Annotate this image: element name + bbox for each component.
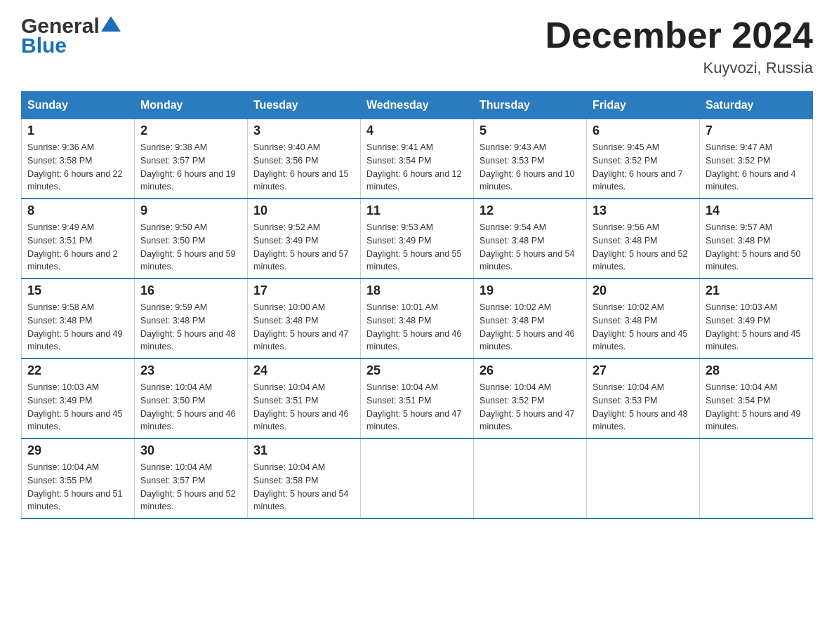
- day-info: Sunrise: 10:04 AM Sunset: 3:52 PM Daylig…: [479, 381, 581, 434]
- calendar-day-cell: 3 Sunrise: 9:40 AM Sunset: 3:56 PM Dayli…: [248, 119, 361, 199]
- calendar-day-cell: 20 Sunrise: 10:02 AM Sunset: 3:48 PM Day…: [587, 279, 700, 358]
- day-number: 19: [479, 283, 581, 298]
- calendar-day-cell: 1 Sunrise: 9:36 AM Sunset: 3:58 PM Dayli…: [22, 119, 135, 199]
- day-info: Sunrise: 9:41 AM Sunset: 3:54 PM Dayligh…: [366, 141, 468, 194]
- calendar-day-cell: 17 Sunrise: 10:00 AM Sunset: 3:48 PM Day…: [248, 279, 361, 358]
- day-info: Sunrise: 10:01 AM Sunset: 3:48 PM Daylig…: [366, 301, 468, 354]
- day-info: Sunrise: 9:57 AM Sunset: 3:48 PM Dayligh…: [706, 221, 807, 274]
- day-info: Sunrise: 9:58 AM Sunset: 3:48 PM Dayligh…: [27, 301, 128, 354]
- day-number: 13: [593, 203, 694, 218]
- day-info: Sunrise: 10:04 AM Sunset: 3:53 PM Daylig…: [593, 381, 694, 434]
- day-number: 30: [140, 443, 241, 458]
- day-info: Sunrise: 9:45 AM Sunset: 3:52 PM Dayligh…: [593, 141, 694, 194]
- svg-marker-0: [101, 16, 121, 32]
- day-number: 7: [706, 123, 807, 138]
- day-number: 16: [140, 283, 241, 298]
- calendar-day-cell: 16 Sunrise: 9:59 AM Sunset: 3:48 PM Dayl…: [135, 279, 248, 358]
- day-number: 18: [366, 283, 468, 298]
- empty-cell: [700, 438, 813, 518]
- day-number: 14: [706, 203, 807, 218]
- calendar-day-cell: 19 Sunrise: 10:02 AM Sunset: 3:48 PM Day…: [474, 279, 587, 358]
- calendar-day-cell: 13 Sunrise: 9:56 AM Sunset: 3:48 PM Dayl…: [587, 199, 700, 279]
- calendar-day-cell: 24 Sunrise: 10:04 AM Sunset: 3:51 PM Day…: [248, 358, 361, 438]
- day-number: 21: [706, 283, 807, 298]
- col-header-thursday: Thursday: [474, 92, 587, 119]
- calendar-day-cell: 25 Sunrise: 10:04 AM Sunset: 3:51 PM Day…: [361, 358, 474, 438]
- day-info: Sunrise: 9:52 AM Sunset: 3:49 PM Dayligh…: [253, 221, 355, 274]
- day-number: 2: [140, 123, 241, 138]
- calendar-day-cell: 7 Sunrise: 9:47 AM Sunset: 3:52 PM Dayli…: [700, 119, 813, 199]
- day-info: Sunrise: 9:50 AM Sunset: 3:50 PM Dayligh…: [140, 221, 241, 274]
- col-header-sunday: Sunday: [22, 92, 135, 119]
- title-block: December 2024 Kuyvozi, Russia: [545, 14, 813, 77]
- page-header: General Blue December 2024 Kuyvozi, Russ…: [21, 14, 813, 77]
- day-number: 20: [593, 283, 694, 298]
- calendar-day-cell: 2 Sunrise: 9:38 AM Sunset: 3:57 PM Dayli…: [135, 119, 248, 199]
- day-info: Sunrise: 10:02 AM Sunset: 3:48 PM Daylig…: [593, 301, 694, 354]
- empty-cell: [361, 438, 474, 518]
- day-info: Sunrise: 10:04 AM Sunset: 3:57 PM Daylig…: [140, 461, 241, 514]
- day-info: Sunrise: 9:47 AM Sunset: 3:52 PM Dayligh…: [706, 141, 807, 194]
- calendar-table: SundayMondayTuesdayWednesdayThursdayFrid…: [21, 91, 813, 519]
- day-number: 22: [27, 363, 128, 378]
- day-number: 27: [593, 363, 694, 378]
- calendar-day-cell: 8 Sunrise: 9:49 AM Sunset: 3:51 PM Dayli…: [22, 199, 135, 279]
- calendar-day-cell: 14 Sunrise: 9:57 AM Sunset: 3:48 PM Dayl…: [700, 199, 813, 279]
- calendar-day-cell: 15 Sunrise: 9:58 AM Sunset: 3:48 PM Dayl…: [22, 279, 135, 358]
- day-info: Sunrise: 9:53 AM Sunset: 3:49 PM Dayligh…: [366, 221, 468, 274]
- day-info: Sunrise: 10:04 AM Sunset: 3:51 PM Daylig…: [366, 381, 468, 434]
- day-number: 23: [140, 363, 241, 378]
- calendar-week-row: 29 Sunrise: 10:04 AM Sunset: 3:55 PM Day…: [22, 438, 813, 518]
- col-header-friday: Friday: [587, 92, 700, 119]
- calendar-day-cell: 11 Sunrise: 9:53 AM Sunset: 3:49 PM Dayl…: [361, 199, 474, 279]
- day-info: Sunrise: 10:04 AM Sunset: 3:54 PM Daylig…: [706, 381, 807, 434]
- calendar-day-cell: 21 Sunrise: 10:03 AM Sunset: 3:49 PM Day…: [700, 279, 813, 358]
- calendar-day-cell: 23 Sunrise: 10:04 AM Sunset: 3:50 PM Day…: [135, 358, 248, 438]
- empty-cell: [474, 438, 587, 518]
- day-info: Sunrise: 9:56 AM Sunset: 3:48 PM Dayligh…: [593, 221, 694, 274]
- col-header-monday: Monday: [135, 92, 248, 119]
- day-info: Sunrise: 9:59 AM Sunset: 3:48 PM Dayligh…: [140, 301, 241, 354]
- day-number: 5: [479, 123, 581, 138]
- day-info: Sunrise: 9:38 AM Sunset: 3:57 PM Dayligh…: [140, 141, 241, 194]
- day-number: 17: [253, 283, 355, 298]
- day-number: 4: [366, 123, 468, 138]
- calendar-day-cell: 22 Sunrise: 10:03 AM Sunset: 3:49 PM Day…: [22, 358, 135, 438]
- calendar-week-row: 1 Sunrise: 9:36 AM Sunset: 3:58 PM Dayli…: [22, 119, 813, 199]
- calendar-week-row: 22 Sunrise: 10:03 AM Sunset: 3:49 PM Day…: [22, 358, 813, 438]
- day-info: Sunrise: 9:43 AM Sunset: 3:53 PM Dayligh…: [479, 141, 581, 194]
- calendar-day-cell: 31 Sunrise: 10:04 AM Sunset: 3:58 PM Day…: [248, 438, 361, 518]
- calendar-day-cell: 4 Sunrise: 9:41 AM Sunset: 3:54 PM Dayli…: [361, 119, 474, 199]
- day-number: 6: [593, 123, 694, 138]
- day-number: 24: [253, 363, 355, 378]
- calendar-day-cell: 5 Sunrise: 9:43 AM Sunset: 3:53 PM Dayli…: [474, 119, 587, 199]
- col-header-tuesday: Tuesday: [248, 92, 361, 119]
- logo: General Blue: [21, 14, 121, 58]
- day-info: Sunrise: 10:04 AM Sunset: 3:58 PM Daylig…: [253, 461, 355, 514]
- day-info: Sunrise: 9:36 AM Sunset: 3:58 PM Dayligh…: [27, 141, 128, 194]
- logo-triangle-icon: [101, 16, 121, 32]
- calendar-day-cell: 27 Sunrise: 10:04 AM Sunset: 3:53 PM Day…: [587, 358, 700, 438]
- calendar-day-cell: 10 Sunrise: 9:52 AM Sunset: 3:49 PM Dayl…: [248, 199, 361, 279]
- day-info: Sunrise: 9:54 AM Sunset: 3:48 PM Dayligh…: [479, 221, 581, 274]
- location: Kuyvozi, Russia: [545, 59, 813, 77]
- day-info: Sunrise: 10:03 AM Sunset: 3:49 PM Daylig…: [706, 301, 807, 354]
- day-info: Sunrise: 10:04 AM Sunset: 3:51 PM Daylig…: [253, 381, 355, 434]
- col-header-wednesday: Wednesday: [361, 92, 474, 119]
- day-info: Sunrise: 10:04 AM Sunset: 3:50 PM Daylig…: [140, 381, 241, 434]
- day-info: Sunrise: 10:00 AM Sunset: 3:48 PM Daylig…: [253, 301, 355, 354]
- day-number: 3: [253, 123, 355, 138]
- day-number: 1: [27, 123, 128, 138]
- day-number: 12: [479, 203, 581, 218]
- calendar-day-cell: 6 Sunrise: 9:45 AM Sunset: 3:52 PM Dayli…: [587, 119, 700, 199]
- calendar-day-cell: 12 Sunrise: 9:54 AM Sunset: 3:48 PM Dayl…: [474, 199, 587, 279]
- day-number: 9: [140, 203, 241, 218]
- day-number: 31: [253, 443, 355, 458]
- day-info: Sunrise: 10:04 AM Sunset: 3:55 PM Daylig…: [27, 461, 128, 514]
- day-info: Sunrise: 10:02 AM Sunset: 3:48 PM Daylig…: [479, 301, 581, 354]
- day-number: 8: [27, 203, 128, 218]
- day-number: 28: [706, 363, 807, 378]
- calendar-header-row: SundayMondayTuesdayWednesdayThursdayFrid…: [22, 92, 813, 119]
- calendar-day-cell: 26 Sunrise: 10:04 AM Sunset: 3:52 PM Day…: [474, 358, 587, 438]
- day-number: 25: [366, 363, 468, 378]
